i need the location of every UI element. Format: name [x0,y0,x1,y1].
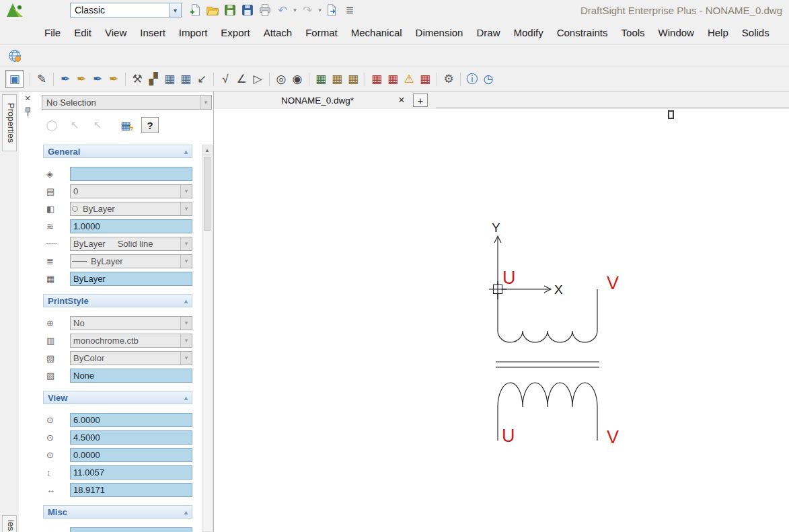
gear-icon[interactable]: ⚙ [441,71,457,87]
quick-select-button[interactable]: ▦ϟ [117,117,135,133]
table-flag-icon-3[interactable]: ▦ [417,71,433,87]
chevron-down-icon[interactable]: ▾ [180,237,192,250]
center-z-field[interactable]: 0.0000 [70,448,192,462]
section-header-misc[interactable]: Misc ▴ [43,505,192,519]
center-y-field[interactable]: 4.5000 [70,430,192,445]
menu-tools[interactable]: Tools [615,20,652,44]
menu-import[interactable]: Import [172,20,215,44]
menu-export[interactable]: Export [214,20,256,44]
menu-mechanical[interactable]: Mechanical [344,20,409,44]
menu-modify[interactable]: Modify [506,20,550,44]
undo-icon[interactable]: ↶ [274,2,291,18]
angle-icon[interactable]: ∠ [233,71,250,87]
save-all-icon[interactable] [222,2,238,18]
insert-image-icon[interactable]: ▣ [5,70,24,88]
line-color-select[interactable]: ByLayer ▾ [70,202,192,216]
block-icon[interactable]: ▞ [145,71,161,87]
block-pin-icon-4[interactable]: ✒ [106,71,122,87]
collapse-icon[interactable]: ▴ [184,148,188,155]
drawing-canvas[interactable]: Y X U V U V [214,109,789,532]
hyperlink-field[interactable] [70,167,192,181]
collapse-icon[interactable]: ▴ [184,508,188,516]
check-icon[interactable]: √ [217,71,233,87]
grid-table-icon-1[interactable]: ▦ [313,71,329,87]
select-entities-button[interactable]: ◯ [43,117,61,133]
menu-window[interactable]: Window [652,20,701,44]
chevron-down-icon[interactable]: ▾ [180,255,192,268]
view-width-field[interactable]: 18.9171 [70,483,192,497]
section-header-printstyle[interactable]: PrintStyle ▴ [43,294,192,307]
selection-combo[interactable]: No Selection ▾ [42,95,212,110]
menu-constraints[interactable]: Constraints [550,20,615,44]
menu-dimension[interactable]: Dimension [409,20,470,44]
menu-view[interactable]: View [98,20,133,44]
table-flag-icon-2[interactable]: ▦ [385,71,401,87]
menu-draw[interactable]: Draw [469,20,506,44]
chevron-down-icon[interactable]: ▾ [180,202,192,215]
menu-edit[interactable]: Edit [67,20,98,44]
play-icon[interactable]: ▷ [250,71,266,87]
scroll-up-icon[interactable]: ▲ [202,145,212,155]
palette-tab-partial[interactable]: ies [2,515,17,532]
table-type-select[interactable]: ByColor ▾ [70,351,192,365]
help-button[interactable]: ? [141,117,159,133]
redo-icon[interactable]: ↷ [299,2,315,18]
line-scale-field[interactable]: 1.0000 [70,219,192,233]
warning-icon[interactable]: ⚠ [401,71,417,87]
section-header-general[interactable]: General ▴ [43,145,192,158]
line-weight-select[interactable]: ByLayer ▾ [70,254,192,268]
transparency-field[interactable]: ByLayer [70,272,192,286]
menu-format[interactable]: Format [299,20,344,44]
grid-table-icon-2[interactable]: ▦ [329,71,345,87]
chevron-down-icon[interactable]: ▾ [180,352,192,365]
menu-solids[interactable]: Solids [735,20,776,44]
layer-select[interactable]: 0 ▾ [70,184,192,198]
chevron-down-icon[interactable]: ▾ [180,185,192,198]
info-icon[interactable]: ⓘ [464,71,480,87]
table-icon-2[interactable]: ▦ [178,71,194,87]
tab-close-icon[interactable]: × [394,94,409,106]
table-icon-1[interactable]: ▦ [161,71,178,87]
view-height-field[interactable]: 11.0057 [70,465,192,480]
chevron-down-icon[interactable]: ▾ [169,3,181,17]
attached-table-field[interactable]: None [70,369,192,383]
new-drawing-icon[interactable] [187,2,203,18]
menu-help[interactable]: Help [701,20,735,44]
redo-chevron-icon[interactable]: ▾ [317,7,323,13]
save-icon[interactable] [239,2,256,18]
add-to-selection-button[interactable]: ↖ [66,117,83,133]
block-pin-icon-2[interactable]: ✒ [73,71,89,87]
menu-attach[interactable]: Attach [257,20,299,44]
line-style-select[interactable]: ByLayerSolid line ▾ [70,237,192,251]
hammer-tool-icon[interactable]: ⚒ [129,71,145,87]
scrollbar-thumb[interactable] [204,157,211,231]
zoom-icon[interactable]: ◎ [273,71,289,87]
menu-insert[interactable]: Insert [133,20,172,44]
drawing-list-icon[interactable]: ≣ [342,2,358,18]
zoom-settings-icon[interactable]: ◉ [289,71,305,87]
share-drawing-icon[interactable] [324,2,340,18]
panel-scrollbar[interactable]: ▲ [202,145,213,532]
print-style-select[interactable]: No ▾ [70,316,192,330]
properties-palette-tab[interactable]: Properties [2,94,17,151]
pin-icon[interactable] [23,106,33,117]
close-icon[interactable]: × [22,93,33,104]
globe-icon[interactable] [7,48,23,64]
menu-file[interactable]: File [38,20,67,44]
collapse-icon[interactable]: ▴ [184,394,188,402]
block-pin-icon-3[interactable]: ✒ [89,71,106,87]
print-table-select[interactable]: monochrome.ctb ▾ [70,334,192,348]
center-x-field[interactable]: 6.0000 [70,413,192,427]
pen-icon[interactable]: ✎ [34,71,50,87]
new-tab-button[interactable]: + [413,93,428,107]
chevron-down-icon[interactable]: ▾ [180,317,192,330]
collapse-icon[interactable]: ▴ [184,297,188,305]
document-tab-active[interactable]: NONAME_0.dwg* × [241,91,409,109]
grid-table-icon-3[interactable]: ▦ [345,71,361,87]
section-header-view[interactable]: View ▴ [43,391,192,404]
print-icon[interactable] [257,2,273,18]
workspace-combo[interactable]: Classic ▾ [70,3,182,17]
leader-icon[interactable]: ↙ [194,71,210,87]
chevron-down-icon[interactable]: ▾ [200,96,211,109]
open-drawing-icon[interactable] [204,2,221,18]
